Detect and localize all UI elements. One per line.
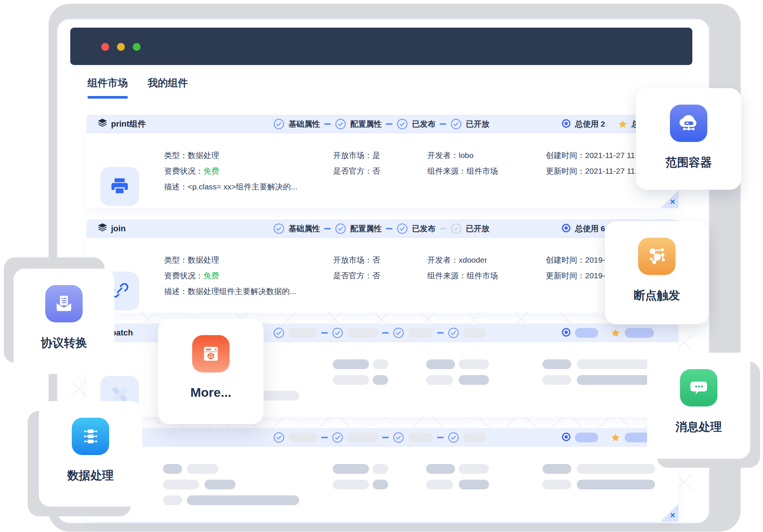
component-name-text: join: [111, 224, 126, 233]
step-label: 已发布: [412, 223, 436, 234]
card-meta: 总使用 2 总评: [562, 115, 647, 133]
more-components-icon: [192, 335, 230, 372]
component-icon-tile: [100, 167, 139, 206]
floating-card-data-processing[interactable]: 数据处理: [39, 401, 142, 507]
field-official: 是否官方：否: [333, 166, 380, 176]
component-card-skeleton[interactable]: ×: [86, 428, 679, 522]
skeleton-pill: [347, 328, 378, 338]
floating-card-label: 协议转换: [41, 335, 87, 351]
skeleton-pill: [577, 464, 655, 474]
step-dash: [386, 228, 393, 229]
close-window-button[interactable]: [101, 43, 109, 51]
close-card-icon[interactable]: ×: [670, 511, 675, 520]
active-tab-underline: [87, 96, 128, 99]
floating-card-breakpoint-trigger[interactable]: 断点触发: [605, 221, 709, 324]
floating-card-message-processing[interactable]: 消息处理: [647, 353, 750, 459]
floating-card-range-container[interactable]: 范围容器: [636, 88, 741, 190]
star-icon: [611, 433, 620, 442]
main-tabs: 组件市场 我的组件: [87, 76, 188, 99]
field-open-market: 开放市场：否: [333, 255, 380, 265]
step-dash: [382, 437, 389, 438]
minimize-window-button[interactable]: [117, 43, 125, 51]
step-dash: [386, 123, 393, 125]
card-header: print组件 基础属性 配置属性 已发布 已开放: [86, 115, 679, 133]
window-titlebar: [70, 28, 692, 65]
field-created: 创建时间：2019-1: [546, 255, 609, 265]
step-label: 基础属性: [289, 223, 320, 234]
skeleton-pill: [163, 464, 182, 474]
check-circle-icon: [448, 327, 459, 338]
floating-card-label: 消息处理: [676, 419, 722, 435]
component-name: join: [98, 219, 126, 238]
step-indicator-skeleton: [273, 428, 486, 447]
card-body: ×: [86, 447, 679, 522]
page: 组件市场 我的组件 print组件 基础属性: [0, 0, 763, 532]
tab-my-components[interactable]: 我的组件: [148, 76, 188, 99]
skeleton-pill: [163, 495, 182, 505]
card-header: join 基础属性 配置属性 已发布 已开放 总使用: [86, 219, 679, 238]
step-dash: [437, 332, 444, 334]
skeleton-pill: [373, 464, 388, 474]
skeleton-pill: [373, 359, 388, 369]
data-processing-icon: [72, 418, 109, 455]
floating-card-more[interactable]: More...: [158, 319, 264, 424]
usage-eye-icon: [562, 328, 570, 338]
skeleton-pill: [204, 480, 236, 489]
star-icon: [611, 328, 620, 338]
check-circle-icon: [397, 118, 408, 130]
field-developer: 开发者：lobo: [427, 150, 474, 161]
card-body: 类型：数据处理 资费状况：免费 描述：数据处理组件主要解决数据的... 开放市场…: [86, 238, 679, 313]
field-fee: 资费状况：免费: [164, 270, 219, 281]
step-label: 基础属性: [289, 119, 320, 129]
skeleton-pill: [426, 480, 453, 489]
card-meta-skeleton: [562, 324, 654, 342]
star-icon: [618, 120, 627, 129]
step-label: 配置属性: [350, 223, 382, 234]
step-label: 已开放: [466, 223, 489, 234]
step-dash: [321, 332, 328, 334]
skeleton-pill: [577, 375, 650, 385]
component-name: print组件: [98, 115, 146, 133]
check-circle-icon: [450, 118, 462, 130]
check-circle-icon: [393, 432, 404, 443]
skeleton-pill: [542, 464, 571, 474]
check-circle-icon: [448, 432, 459, 443]
layers-icon: [98, 118, 107, 130]
field-created: 创建时间：2021-11-27 11:2: [546, 150, 642, 161]
check-circle-icon: [393, 327, 404, 338]
skeleton-pill: [373, 480, 388, 489]
step-indicator: 基础属性 配置属性 已发布 已开放: [273, 219, 489, 238]
step-label: 配置属性: [350, 119, 382, 129]
check-circle-icon: [273, 118, 284, 130]
check-circle-icon: [397, 223, 408, 234]
usage-eye-icon: [562, 224, 570, 234]
skeleton-pill: [459, 359, 489, 369]
floating-card-label: More...: [190, 385, 231, 400]
card-header: [86, 428, 679, 447]
skeleton-pill: [575, 328, 598, 338]
close-card-icon[interactable]: ×: [670, 198, 675, 206]
check-circle-icon: [335, 118, 346, 130]
skeleton-pill: [463, 433, 486, 442]
card-meta-skeleton: [562, 428, 654, 447]
field-type: 类型：数据处理: [164, 150, 219, 161]
component-card-join[interactable]: join 基础属性 配置属性 已发布 已开放 总使用: [86, 219, 679, 313]
component-card-print[interactable]: print组件 基础属性 配置属性 已发布 已开放: [86, 115, 679, 208]
skeleton-pill: [373, 375, 388, 385]
floating-card-protocol-convert[interactable]: 协议转换: [13, 269, 114, 374]
maximize-window-button[interactable]: [133, 43, 141, 51]
skeleton-pill: [333, 359, 369, 369]
skeleton-pill: [426, 464, 455, 474]
check-circle-icon: [332, 327, 343, 338]
floating-card-label: 断点触发: [634, 288, 680, 303]
skeleton-pill: [459, 464, 489, 474]
skeleton-pill: [347, 433, 378, 442]
check-circle-icon: [332, 432, 343, 443]
field-type: 类型：数据处理: [164, 255, 219, 265]
tab-component-market[interactable]: 组件市场: [87, 76, 128, 99]
step-indicator-skeleton: [273, 324, 486, 342]
skeleton-pill: [333, 480, 369, 489]
step-label: 已发布: [412, 119, 436, 129]
step-label: 已开放: [466, 119, 489, 129]
breakpoint-trigger-icon: [638, 238, 676, 275]
